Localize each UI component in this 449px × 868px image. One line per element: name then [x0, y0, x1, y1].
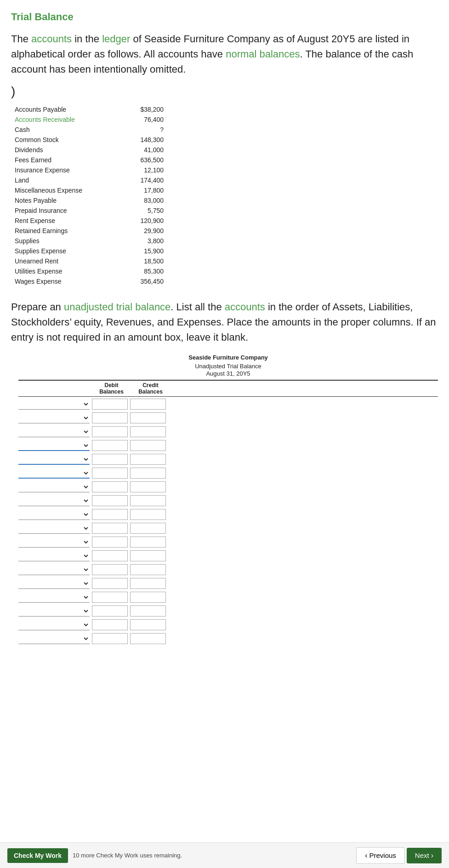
tb-account-select[interactable]: Accounts PayableAccounts ReceivableCashC…	[18, 440, 90, 451]
account-name: Dividends	[11, 145, 115, 155]
bracket-symbol: )	[11, 84, 438, 99]
account-row: Cash?	[11, 125, 167, 135]
accounts-link2[interactable]: accounts	[225, 301, 265, 313]
normal-balances-link[interactable]: normal balances	[226, 48, 300, 60]
ledger-link[interactable]: ledger	[102, 33, 130, 45]
account-row: Unearned Rent18,500	[11, 256, 167, 266]
tb-row: Accounts PayableAccounts ReceivableCashC…	[18, 454, 438, 465]
account-row: Utilities Expense85,300	[11, 266, 167, 276]
tb-row: Accounts PayableAccounts ReceivableCashC…	[18, 578, 438, 589]
tb-debit-input[interactable]	[92, 633, 128, 644]
tb-debit-input[interactable]	[92, 605, 128, 617]
bottom-bar: Check My Work 10 more Check My Work uses…	[0, 842, 449, 868]
tb-debit-input[interactable]	[92, 426, 128, 437]
next-button[interactable]: Next ›	[407, 848, 442, 863]
tb-account-select[interactable]: Accounts PayableAccounts ReceivableCashC…	[18, 537, 90, 548]
tb-account-select[interactable]: Accounts PayableAccounts ReceivableCashC…	[18, 454, 90, 465]
tb-row: Accounts PayableAccounts ReceivableCashC…	[18, 468, 438, 479]
tb-credit-input[interactable]	[130, 633, 166, 644]
tb-account-select[interactable]: Accounts PayableAccounts ReceivableCashC…	[18, 481, 90, 492]
tb-account-select[interactable]: Accounts PayableAccounts ReceivableCashC…	[18, 509, 90, 520]
tb-row: Accounts PayableAccounts ReceivableCashC…	[18, 537, 438, 548]
account-row: Retained Earnings29,900	[11, 226, 167, 236]
account-name: Common Stock	[11, 135, 115, 145]
tb-credit-input[interactable]	[130, 578, 166, 589]
account-row: Supplies3,800	[11, 236, 167, 246]
tb-account-select[interactable]: Accounts PayableAccounts ReceivableCashC…	[18, 550, 90, 561]
tb-account-select[interactable]: Accounts PayableAccounts ReceivableCashC…	[18, 412, 90, 423]
account-name: Unearned Rent	[11, 256, 115, 266]
previous-button[interactable]: ‹ Previous	[356, 847, 405, 864]
tb-debit-input[interactable]	[92, 454, 128, 465]
tb-credit-input[interactable]	[130, 509, 166, 520]
account-amount: $38,200	[115, 104, 167, 114]
tb-row: Accounts PayableAccounts ReceivableCashC…	[18, 619, 438, 630]
tb-debit-input[interactable]	[92, 412, 128, 423]
tb-debit-input[interactable]	[92, 468, 128, 479]
tb-credit-input[interactable]	[130, 605, 166, 617]
tb-account-select[interactable]: Accounts PayableAccounts ReceivableCashC…	[18, 592, 90, 603]
tb-credit-input[interactable]	[130, 468, 166, 479]
tb-credit-input[interactable]	[130, 426, 166, 437]
tb-debit-input[interactable]	[92, 523, 128, 534]
tb-credit-input[interactable]	[130, 592, 166, 603]
tb-debit-input[interactable]	[92, 481, 128, 492]
tb-account-select[interactable]: Accounts PayableAccounts ReceivableCashC…	[18, 605, 90, 617]
tb-debit-input[interactable]	[92, 619, 128, 630]
tb-account-select[interactable]: Accounts PayableAccounts ReceivableCashC…	[18, 564, 90, 575]
tb-credit-input[interactable]	[130, 412, 166, 423]
tb-debit-input[interactable]	[92, 399, 128, 410]
tb-account-select[interactable]: Accounts PayableAccounts ReceivableCashC…	[18, 633, 90, 644]
tb-row: Accounts PayableAccounts ReceivableCashC…	[18, 481, 438, 492]
tb-debit-input[interactable]	[92, 495, 128, 506]
accounts-link[interactable]: accounts	[31, 33, 72, 45]
account-row: Wages Expense356,450	[11, 276, 167, 286]
tb-credit-input[interactable]	[130, 564, 166, 575]
tb-debit-input[interactable]	[92, 564, 128, 575]
tb-report-title: Unadjusted Trial Balance	[18, 363, 438, 370]
tb-account-select[interactable]: Accounts PayableAccounts ReceivableCashC…	[18, 399, 90, 410]
tb-account-select[interactable]: Accounts PayableAccounts ReceivableCashC…	[18, 426, 90, 437]
tb-credit-input[interactable]	[130, 537, 166, 548]
account-amount: 174,400	[115, 175, 167, 185]
tb-credit-input[interactable]	[130, 481, 166, 492]
tb-row: Accounts PayableAccounts ReceivableCashC…	[18, 564, 438, 575]
tb-credit-input[interactable]	[130, 495, 166, 506]
tb-col-headers: Debit Balances Credit Balances	[18, 380, 438, 397]
tb-debit-input[interactable]	[92, 440, 128, 451]
account-name: Land	[11, 175, 115, 185]
tb-account-select[interactable]: Accounts PayableAccounts ReceivableCashC…	[18, 468, 90, 479]
tb-account-select[interactable]: Accounts PayableAccounts ReceivableCashC…	[18, 578, 90, 589]
next-label: Next	[415, 851, 429, 859]
account-name: Insurance Expense	[11, 165, 115, 175]
tb-row: Accounts PayableAccounts ReceivableCashC…	[18, 605, 438, 617]
tb-credit-input[interactable]	[130, 399, 166, 410]
tb-row: Accounts PayableAccounts ReceivableCashC…	[18, 426, 438, 437]
tb-credit-input[interactable]	[130, 523, 166, 534]
tb-credit-input[interactable]	[130, 619, 166, 630]
account-amount: 3,800	[115, 236, 167, 246]
next-chevron-icon: ›	[431, 851, 433, 860]
account-amount: 18,500	[115, 256, 167, 266]
account-row: Fees Earned636,500	[11, 155, 167, 165]
tb-account-select[interactable]: Accounts PayableAccounts ReceivableCashC…	[18, 495, 90, 506]
account-name: Retained Earnings	[11, 226, 115, 236]
account-row: Dividends41,000	[11, 145, 167, 155]
tb-debit-input[interactable]	[92, 592, 128, 603]
account-row: Prepaid Insurance5,750	[11, 206, 167, 216]
tb-credit-input[interactable]	[130, 440, 166, 451]
tb-debit-input[interactable]	[92, 537, 128, 548]
tb-credit-input[interactable]	[130, 454, 166, 465]
tb-col-credit-header: Credit Balances	[131, 382, 170, 395]
unadjusted-link[interactable]: unadjusted trial balance	[64, 301, 171, 313]
tb-account-select[interactable]: Accounts PayableAccounts ReceivableCashC…	[18, 619, 90, 630]
check-my-work-button[interactable]: Check My Work	[7, 848, 68, 863]
tb-debit-input[interactable]	[92, 578, 128, 589]
tb-credit-input[interactable]	[130, 550, 166, 561]
tb-debit-input[interactable]	[92, 509, 128, 520]
tb-debit-input[interactable]	[92, 550, 128, 561]
account-amount: 29,900	[115, 226, 167, 236]
tb-account-select[interactable]: Accounts PayableAccounts ReceivableCashC…	[18, 523, 90, 534]
account-row: Accounts Payable$38,200	[11, 104, 167, 114]
tb-row: Accounts PayableAccounts ReceivableCashC…	[18, 550, 438, 561]
